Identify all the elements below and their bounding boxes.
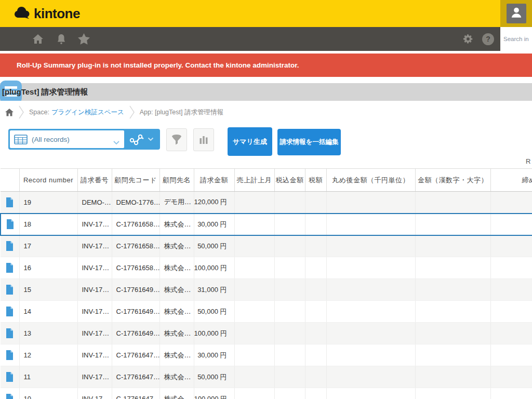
column-header[interactable]: 金額（漢数字・大字） — [415, 169, 490, 192]
cell-empty — [415, 323, 490, 344]
view-dropdown[interactable]: (All records) — [10, 130, 124, 148]
record-detail-icon[interactable] — [6, 242, 14, 249]
cell-empty — [234, 192, 274, 214]
cell-client-code: C-17761647… — [112, 344, 159, 366]
cell-empty — [234, 279, 274, 301]
app-title-bar: [plugTest] 請求管理情報 — [0, 83, 532, 101]
cell-amount: 31,000 円 — [194, 279, 234, 301]
column-header-icon — [1, 169, 19, 192]
cell-empty — [326, 192, 415, 214]
view-selector: (All records) — [8, 129, 160, 150]
record-detail-icon[interactable] — [6, 285, 14, 293]
home-icon[interactable] — [32, 27, 44, 51]
cell-empty — [490, 301, 532, 323]
column-header[interactable]: 締め日（20 — [490, 169, 532, 192]
cell-record-number: 17 — [19, 235, 77, 257]
record-detail-icon[interactable] — [6, 329, 14, 337]
graph-nodes-icon — [129, 134, 145, 145]
cell-record-number: 12 — [19, 344, 77, 366]
cell-empty — [274, 192, 305, 214]
column-header[interactable]: 丸め後金額（千円単位） — [326, 169, 415, 192]
record-detail-icon[interactable] — [6, 351, 14, 358]
cell-invoice-no: INV-17… — [77, 235, 112, 257]
cell-empty — [305, 366, 326, 388]
cell-empty — [305, 214, 326, 235]
cell-empty — [490, 192, 532, 214]
cell-empty — [490, 323, 532, 344]
records-table: Record number請求番号顧問先コード顧問先名請求金額売上計上月税込金額… — [0, 168, 532, 399]
cell-client-name: 株式会… — [159, 257, 194, 279]
column-header[interactable]: 請求金額 — [194, 169, 234, 192]
chevron-right-icon — [19, 105, 24, 119]
cell-amount: 50,000 円 — [194, 235, 234, 257]
cell-client-code: C-17761658… — [112, 235, 159, 257]
record-detail-icon[interactable] — [6, 307, 14, 315]
cell-client-name: デモ用… — [159, 192, 194, 214]
cell-amount: 100,000 円 — [194, 323, 234, 344]
record-detail-icon[interactable] — [6, 263, 14, 271]
page-title: [plugTest] 請求管理情報 — [2, 83, 88, 101]
summary-generate-button[interactable]: サマリ生成 — [228, 127, 272, 156]
table-view-icon — [14, 135, 28, 144]
column-header[interactable]: 顧問先名 — [159, 169, 194, 192]
person-icon — [510, 6, 523, 21]
cell-client-name: 株式会… — [159, 388, 194, 399]
cell-empty — [490, 257, 532, 279]
cell-client-name: 株式会… — [159, 366, 194, 388]
cell-empty — [274, 214, 305, 235]
brand-bar: kintone — [0, 0, 532, 27]
cell-empty — [305, 301, 326, 323]
filter-button[interactable] — [166, 128, 187, 151]
cell-amount: 30,000 円 — [194, 214, 234, 235]
cell-empty — [234, 366, 274, 388]
record-detail-icon[interactable] — [6, 394, 14, 399]
cell-empty — [326, 344, 415, 366]
cell-client-code: C-17761647… — [112, 366, 159, 388]
cell-empty — [326, 301, 415, 323]
cell-empty — [415, 301, 490, 323]
kintone-logo[interactable]: kintone — [14, 5, 80, 22]
cell-empty — [274, 366, 305, 388]
global-search[interactable] — [500, 27, 532, 51]
settings-gear-icon[interactable] — [462, 27, 474, 51]
bulk-edit-button[interactable]: 請求情報を一括編集 — [277, 129, 341, 155]
cell-empty — [415, 235, 490, 257]
global-nav-bar: ? — [0, 27, 532, 51]
column-header[interactable]: 請求番号 — [77, 169, 112, 192]
notifications-bell-icon[interactable] — [56, 27, 66, 51]
cell-empty — [490, 366, 532, 388]
record-detail-cell — [1, 192, 19, 214]
cell-invoice-no: INV-17… — [77, 344, 112, 366]
cell-empty — [415, 214, 490, 235]
record-detail-icon[interactable] — [6, 198, 14, 206]
favorites-star-icon[interactable] — [78, 27, 90, 51]
cell-empty — [274, 279, 305, 301]
user-menu[interactable] — [500, 0, 532, 27]
cell-client-name: 株式会… — [159, 323, 194, 344]
record-detail-icon[interactable] — [6, 373, 14, 380]
record-detail-icon[interactable] — [6, 220, 14, 228]
column-header[interactable]: 売上計上月 — [234, 169, 274, 192]
chart-button[interactable] — [193, 128, 214, 151]
graph-view-dropdown[interactable] — [124, 130, 158, 148]
record-detail-cell — [1, 344, 19, 366]
record-detail-cell — [1, 235, 19, 257]
search-input[interactable] — [500, 36, 532, 42]
breadcrumb: Space: プラグイン検証スペース App: [plugTest] 請求管理情… — [0, 101, 532, 124]
view-selected-label: (All records) — [32, 136, 70, 143]
column-header[interactable]: 税込金額 — [274, 169, 305, 192]
chevron-right-icon — [129, 105, 135, 119]
logo-wordmark: kintone — [34, 6, 80, 22]
cell-empty — [415, 192, 490, 214]
breadcrumb-space-link[interactable]: プラグイン検証スペース — [51, 108, 124, 117]
cell-empty — [234, 235, 274, 257]
column-header[interactable]: 税額 — [305, 169, 326, 192]
hamburger-menu-icon[interactable] — [5, 34, 19, 44]
chevron-down-icon — [113, 138, 120, 147]
help-icon[interactable]: ? — [482, 33, 494, 45]
table-row: 16INV-17…C-17761658…株式会…100,000 円 — [1, 257, 532, 279]
cell-empty — [305, 279, 326, 301]
breadcrumb-home-icon[interactable] — [5, 109, 14, 116]
column-header[interactable]: Record number — [19, 169, 77, 192]
column-header[interactable]: 顧問先コード — [112, 169, 159, 192]
